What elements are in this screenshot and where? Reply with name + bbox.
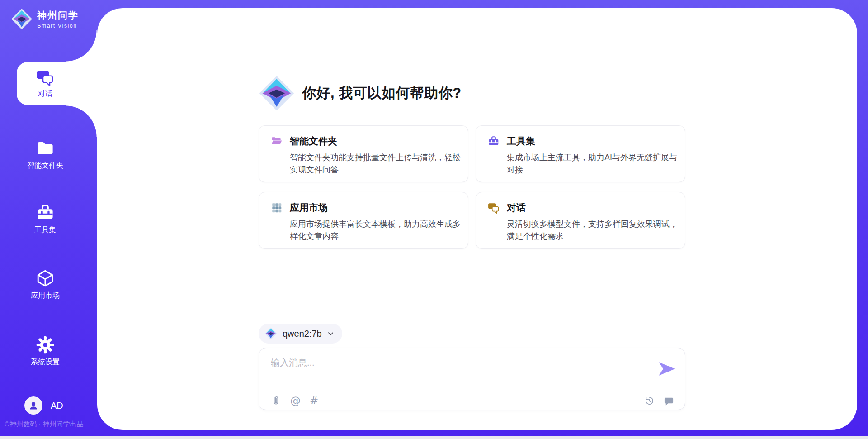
folder-icon (36, 139, 55, 158)
user-profile[interactable]: AD (24, 396, 63, 415)
chevron-down-icon (327, 330, 334, 337)
main-panel-overlay: 你好, 我可以如何帮助你? 智能文件夹 智能文件夹功能支持批量文件上传与清洗，轻… (97, 8, 857, 430)
sidebar-item-label: 对话 (38, 89, 52, 99)
sidebar-item-chat[interactable]: 对话 (17, 62, 97, 105)
brand-name-en: Smart Vision (37, 23, 79, 29)
card-title: 工具集 (507, 135, 535, 148)
brand-name-cn: 神州问学 (37, 9, 79, 22)
greeting-logo-icon (259, 75, 295, 111)
model-name: qwen2:7b (283, 329, 322, 339)
card-smart-folder[interactable]: 智能文件夹 智能文件夹功能支持批量文件上传与清洗，轻松实现文件问答 (259, 125, 468, 182)
card-title: 对话 (507, 201, 526, 214)
composer-toolbar: @ # (271, 391, 674, 410)
model-logo-icon (264, 327, 277, 340)
window-bottom-edge (0, 436, 868, 439)
folder-open-icon (271, 135, 283, 147)
toolbox-icon (36, 203, 55, 222)
sidebar-item-app-market[interactable]: 应用市场 (0, 269, 90, 301)
feature-cards: 智能文件夹 智能文件夹功能支持批量文件上传与清洗，轻松实现文件问答 工具集 集成… (259, 125, 685, 249)
hashtag-icon[interactable]: # (310, 396, 318, 406)
chat-bubbles-icon (488, 202, 500, 214)
card-chat[interactable]: 对话 灵活切换多模型文件，支持多样回复效果调试，满足个性化需求 (476, 192, 685, 249)
message-composer: @ # (259, 348, 685, 410)
greeting-title: 你好, 我可以如何帮助你? (302, 84, 462, 103)
tab-concave-corner-bottom (66, 105, 97, 137)
brand-logo-icon (11, 8, 33, 30)
gear-icon (36, 335, 55, 354)
card-desc: 集成市场上主流工具，助力AI与外界无缝扩展与对接 (507, 152, 678, 176)
card-toolbox[interactable]: 工具集 集成市场上主流工具，助力AI与外界无缝扩展与对接 (476, 125, 685, 182)
model-selector[interactable]: qwen2:7b (259, 324, 342, 344)
send-button[interactable] (659, 362, 675, 376)
greeting: 你好, 我可以如何帮助你? (259, 75, 462, 111)
card-desc: 应用市场提供丰富长文本模板，助力高效生成多样化文章内容 (290, 218, 461, 243)
user-initials: AD (51, 401, 63, 411)
card-head: 对话 (488, 201, 673, 214)
sidebar-item-label: 系统设置 (31, 358, 60, 367)
sidebar: 神州问学 Smart Vision 对话 智能文件夹 工具集 (0, 0, 97, 439)
sidebar-item-label: 智能文件夹 (27, 161, 63, 171)
sidebar-item-settings[interactable]: 系统设置 (0, 335, 90, 367)
tab-concave-corner-top (66, 30, 97, 62)
avatar (24, 396, 42, 415)
chat-history-icon[interactable] (664, 396, 674, 406)
composer-tools-right (644, 396, 674, 406)
card-head: 应用市场 (271, 201, 456, 214)
brand: 神州问学 Smart Vision (11, 8, 79, 30)
grid-cube-icon (271, 202, 283, 214)
copyright-text: ©神州数码 · 神州问学出品 (5, 420, 97, 429)
composer-tools-left: @ # (271, 396, 318, 406)
card-head: 工具集 (488, 135, 673, 148)
cube-icon (36, 269, 55, 288)
history-icon[interactable] (644, 396, 655, 406)
sidebar-item-smart-folder[interactable]: 智能文件夹 (0, 139, 90, 171)
card-desc: 灵活切换多模型文件，支持多样回复效果调试，满足个性化需求 (507, 218, 678, 243)
sidebar-item-label: 工具集 (34, 225, 56, 235)
card-desc: 智能文件夹功能支持批量文件上传与清洗，轻松实现文件问答 (290, 152, 461, 176)
chat-bubbles-icon (36, 68, 54, 86)
user-icon (28, 400, 39, 411)
attachment-icon[interactable] (271, 396, 281, 406)
toolbox-icon (488, 135, 500, 147)
sidebar-item-toolbox[interactable]: 工具集 (0, 203, 90, 235)
app-root: { "brand": { "name_cn": "神州问学", "name_en… (0, 0, 868, 439)
card-title: 智能文件夹 (290, 135, 337, 148)
brand-text: 神州问学 Smart Vision (37, 9, 79, 29)
card-app-market[interactable]: 应用市场 应用市场提供丰富长文本模板，助力高效生成多样化文章内容 (259, 192, 468, 249)
card-title: 应用市场 (290, 201, 328, 214)
sidebar-item-label: 应用市场 (31, 291, 60, 301)
content-column: 你好, 我可以如何帮助你? 智能文件夹 智能文件夹功能支持批量文件上传与清洗，轻… (259, 8, 685, 430)
card-head: 智能文件夹 (271, 135, 456, 148)
message-input[interactable] (271, 357, 655, 382)
mention-icon[interactable]: @ (290, 396, 301, 406)
composer-divider (269, 389, 675, 389)
